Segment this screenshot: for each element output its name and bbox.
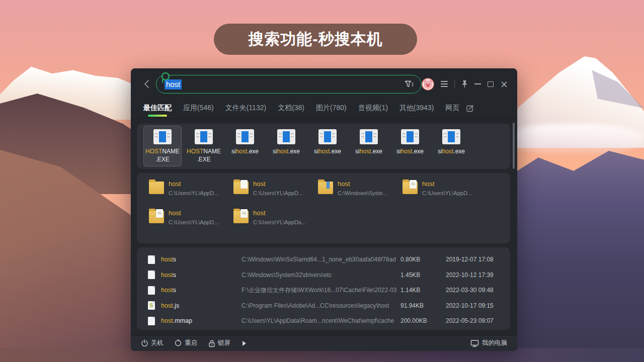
exe-icon	[401, 129, 419, 144]
tab[interactable]: 应用(546)	[183, 104, 214, 119]
search-input[interactable]: host	[165, 80, 405, 88]
tab[interactable]: 网页	[445, 104, 459, 119]
shutdown-button[interactable]: 关机	[141, 339, 164, 347]
folder-icon	[233, 211, 249, 223]
file-icon	[148, 286, 155, 295]
pin-icon[interactable]	[461, 80, 468, 88]
tab[interactable]: 文档(38)	[278, 104, 304, 119]
folder-path: C:\Windows\Syste...	[338, 190, 387, 196]
exe-icon	[442, 129, 460, 144]
my-computer-button[interactable]: 我的电脑	[470, 339, 507, 347]
file-size: 0.80KB	[400, 256, 446, 263]
folder-result-item[interactable]: host C:\Users\YL\AppD...	[403, 180, 487, 209]
close-button[interactable]: ×	[500, 79, 508, 89]
file-path: C:\Windows\System32\drivers\etc	[242, 272, 400, 279]
file-icon	[148, 255, 155, 264]
app-result-item[interactable]: sihost.exe	[308, 126, 347, 166]
file-result-row[interactable]: host.js C:\Program Files\Adobe\Ad...CC\r…	[148, 298, 505, 314]
app-result-item[interactable]: sihost.exe	[226, 126, 264, 166]
tab-label: 其他(3943)	[399, 104, 434, 112]
exe-icon	[360, 129, 378, 144]
expand-arrow-icon[interactable]	[243, 341, 246, 346]
file-result-row[interactable]: hosts F:\企业微信文件存储\WXWork\16...07\Cache\F…	[148, 283, 505, 298]
tab-label: 文件夹(1132)	[225, 104, 266, 112]
app-label: sihost.exe	[438, 148, 465, 156]
folder-path: C:\Users\YL\AppDa...	[253, 219, 306, 225]
file-path: C:\Windows\WinSxS\amd64...1_none_eb30aaf…	[242, 256, 400, 263]
folder-name: host	[422, 180, 472, 188]
tab[interactable]: 其他(3943)	[399, 104, 434, 119]
folder-icon	[233, 182, 249, 194]
search-box[interactable]: host	[156, 75, 422, 94]
folder-icon	[318, 182, 333, 194]
folder-name: host	[169, 180, 218, 188]
tab-label: 网页	[445, 104, 459, 112]
restart-label: 重启	[185, 339, 197, 347]
file-size: 91.94KB	[400, 302, 446, 309]
app-result-item[interactable]: sihost.exe	[391, 126, 429, 166]
banner-title: 搜索功能-秒搜本机	[248, 29, 382, 50]
tab[interactable]: 音视频(1)	[358, 104, 388, 119]
app-result-item[interactable]: HOSTNAME.EXE	[185, 126, 223, 166]
app-result-item[interactable]: sihost.exe	[267, 126, 305, 166]
file-name: host.js	[161, 302, 242, 309]
folder-result-item[interactable]: host C:\Users\YL\AppDa...	[233, 209, 318, 238]
tab[interactable]: 图片(780)	[316, 104, 347, 119]
folder-name: host	[169, 209, 218, 217]
lock-screen-label: 锁屏	[218, 339, 230, 347]
wallpaper-fog	[503, 124, 644, 154]
restart-button[interactable]: 重启	[175, 339, 197, 347]
tab-label: 图片(780)	[316, 104, 347, 112]
folders-section: host C:\Users\YL\AppD... host C:\Users\Y…	[137, 173, 510, 243]
edit-tabs-icon[interactable]	[466, 105, 474, 112]
file-name: host.mmap	[161, 317, 242, 324]
wallpaper-purple-hills	[503, 140, 644, 362]
folder-icon	[403, 182, 418, 194]
file-result-row[interactable]: hosts C:\Windows\System32\drivers\etc 1.…	[148, 267, 505, 283]
tab[interactable]: 最佳匹配	[143, 104, 172, 119]
monitor-icon	[470, 339, 479, 347]
file-name: hosts	[161, 256, 242, 263]
file-date: 2022-10-12 17:39	[446, 272, 494, 279]
tab[interactable]: 文件夹(1132)	[225, 104, 266, 119]
app-result-item[interactable]: sihost.exe	[350, 126, 388, 166]
maximize-button[interactable]	[488, 81, 494, 87]
file-result-row[interactable]: hosts C:\Windows\WinSxS\amd64...1_none_e…	[148, 252, 505, 267]
tab-underline	[148, 115, 167, 117]
search-icon	[159, 70, 174, 84]
file-date: 2019-12-07 17:08	[446, 256, 494, 263]
folder-result-item[interactable]: host C:\Users\YL\AppD...	[149, 180, 233, 209]
minimize-button[interactable]	[474, 83, 481, 84]
file-result-row[interactable]: host.mmap C:\Users\YL\AppData\Roam...nce…	[148, 313, 505, 329]
window-controls: ×	[422, 78, 508, 90]
controls-divider	[454, 80, 455, 88]
folder-result-item[interactable]: host C:\Windows\Syste...	[318, 180, 403, 209]
file-icon	[148, 301, 155, 310]
lock-screen-button[interactable]: 锁屏	[208, 339, 230, 347]
apps-section: HOSTNAME.EXE HOSTNAME.EXE sihost.exe sih…	[137, 124, 510, 169]
tab-label: 应用(546)	[183, 104, 214, 112]
file-date: 2022-05-23 09:07	[446, 317, 494, 324]
app-result-item[interactable]: HOSTNAME.EXE	[143, 126, 182, 166]
folder-path: C:\Users\YL\AppD...	[169, 190, 218, 196]
file-size: 1.14KB	[400, 287, 446, 294]
back-button[interactable]	[142, 78, 152, 90]
folder-icon	[149, 182, 164, 194]
folder-result-item[interactable]: host C:\Users\YL\AppD...	[149, 209, 233, 238]
filter-icon[interactable]	[405, 80, 414, 88]
folder-path: C:\Users\YL\AppD...	[253, 190, 303, 196]
power-icon	[141, 339, 148, 347]
exe-icon	[236, 129, 254, 144]
app-label: sihost.exe	[396, 148, 424, 156]
scrollbar-thumb[interactable]	[513, 123, 515, 169]
restart-icon	[175, 339, 182, 347]
app-result-item[interactable]: sihost.exe	[432, 126, 470, 166]
menu-icon[interactable]	[441, 81, 448, 86]
user-avatar[interactable]	[422, 78, 434, 90]
folder-result-item[interactable]: host C:\Users\YL\AppD...	[233, 180, 318, 209]
tabs: 最佳匹配 应用(546) 文件夹(1132) 文档(38)	[143, 104, 459, 119]
folder-name: host	[338, 180, 387, 188]
file-size: 200.00KB	[400, 317, 446, 324]
window-header: host	[131, 68, 517, 100]
file-icon	[148, 270, 155, 279]
